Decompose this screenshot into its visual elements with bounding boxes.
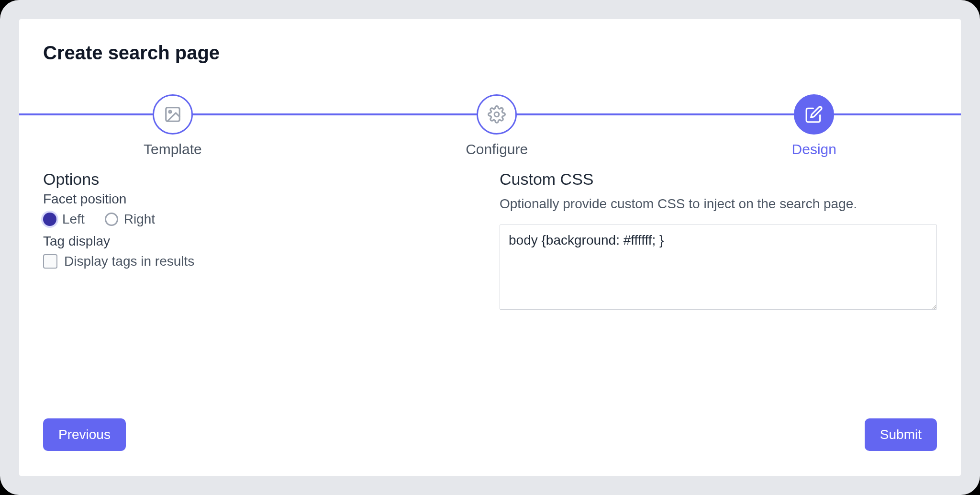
radio-label: Right (124, 212, 155, 227)
step-label: Configure (466, 141, 528, 158)
checkbox-label: Display tags in results (64, 254, 194, 269)
display-tags-checkbox[interactable]: Display tags in results (43, 254, 480, 269)
edit-icon (794, 94, 834, 135)
facet-position-left-radio[interactable]: Left (43, 212, 85, 227)
radio-selected-icon (43, 213, 56, 226)
tag-display-label: Tag display (43, 234, 480, 249)
step-design[interactable]: Design (792, 94, 836, 158)
previous-button[interactable]: Previous (43, 418, 126, 451)
checkbox-unchecked-icon (43, 254, 57, 269)
image-icon (153, 94, 193, 135)
svg-point-2 (494, 112, 499, 117)
step-label: Design (792, 141, 836, 158)
gear-icon (477, 94, 517, 135)
step-configure[interactable]: Configure (466, 94, 528, 158)
facet-position-right-radio[interactable]: Right (105, 212, 155, 227)
custom-css-heading: Custom CSS (500, 170, 937, 189)
custom-css-column: Custom CSS Optionally provide custom CSS… (500, 170, 937, 312)
submit-button[interactable]: Submit (865, 418, 937, 451)
options-column: Options Facet position Left Right Tag di… (43, 170, 480, 312)
radio-unselected-icon (105, 213, 118, 226)
step-template[interactable]: Template (144, 94, 202, 158)
svg-point-1 (169, 111, 171, 113)
custom-css-textarea[interactable] (500, 225, 937, 310)
facet-position-label: Facet position (43, 191, 480, 207)
custom-css-description: Optionally provide custom CSS to inject … (500, 193, 937, 214)
page-title: Create search page (43, 42, 937, 64)
radio-label: Left (62, 212, 85, 227)
step-label: Template (144, 141, 202, 158)
options-heading: Options (43, 170, 480, 189)
stepper: Template Configure Design (43, 94, 937, 157)
